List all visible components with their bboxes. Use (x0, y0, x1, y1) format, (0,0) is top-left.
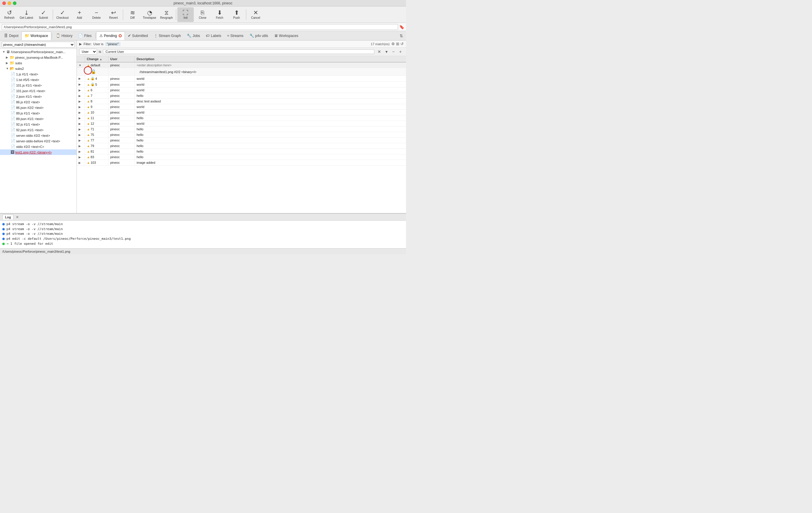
table-row[interactable]: ▼ ▲ default pineoc <enter description he… (77, 62, 406, 68)
filter-toggle-arrow[interactable]: ▶ (79, 42, 82, 46)
table-row[interactable]: ▶ ▲ 71 pineoc hello (77, 127, 406, 132)
table-row[interactable]: ▶ ▲ 8 pineoc desc test asdasd (77, 99, 406, 104)
th-description[interactable]: Description (135, 56, 406, 62)
add-button[interactable]: + Add (71, 7, 88, 22)
sidebar-item-server-stdio[interactable]: 📄 server-stdio #2/2 <text> (0, 133, 77, 138)
warning-icon: ▲ (87, 150, 90, 153)
log-text: p4 edit -c default /Users/pineoc/Perforc… (6, 237, 131, 242)
bookmark-icon[interactable]: 🔖 (399, 25, 404, 29)
tab-workspace[interactable]: 📁 Workspace (21, 31, 51, 40)
table-row[interactable]: ▶ ▲ 6 pineoc world (77, 87, 406, 93)
maximize-button[interactable] (13, 1, 17, 5)
sidebar-item-1js[interactable]: 📄 1.js #1/1 <text> (0, 71, 77, 77)
td-change: ▲ 🔒 5 (85, 82, 109, 87)
sidebar-item-101js[interactable]: 📄 101.js #1/1 <text> (0, 82, 77, 88)
tab-workspaces[interactable]: 🖥 Workspaces (271, 31, 301, 40)
sidebar-item-89js[interactable]: 📄 89.js #1/1 <text> (0, 110, 77, 116)
td-expand: ▶ (77, 76, 85, 81)
th-change[interactable]: Change ▲ (85, 56, 109, 62)
table-row[interactable]: ▶ ▲ 7 pineoc hello (77, 93, 406, 99)
titlebar: pineoc_main3, localhost:1666, pineoc (0, 0, 406, 6)
get-latest-button[interactable]: ⤓ Get Latest (18, 7, 35, 22)
clone-button[interactable]: ⎘ Clone (194, 7, 211, 22)
table-row[interactable]: ▶ ▲ 12 pineoc world (77, 121, 406, 127)
timelapse-button[interactable]: ◔ Timelapse (141, 7, 158, 22)
tab-stream-graph[interactable]: ⋮ Stream Graph (151, 31, 184, 40)
sidebar-item-89json[interactable]: 📄 89.json #1/1 <text> (0, 116, 77, 122)
get-latest-icon: ⤓ (24, 10, 29, 16)
sidebar-item-subs[interactable]: ▶ 📁 subs (0, 60, 77, 66)
log-tab[interactable]: Log (2, 215, 13, 219)
tab-labels[interactable]: 🏷 Labels (203, 31, 224, 40)
plus-icon[interactable]: + (397, 49, 404, 54)
table-row[interactable]: ▶ ▲ 🔒 5 pineoc world (77, 82, 406, 87)
close-button[interactable] (2, 1, 6, 5)
sidebar-item-92js[interactable]: 📄 92.js #1/1 <text> (0, 122, 77, 127)
revert-button[interactable]: ↩ Revert (105, 7, 122, 22)
push-button[interactable]: ⬆ Push (228, 7, 245, 22)
table-row[interactable]: ▶ ▲ 10 pineoc world (77, 110, 406, 115)
tab-p4v-utils[interactable]: 🔧 p4v utils (246, 31, 271, 40)
item-label: 86.js #2/2 <text> (16, 100, 40, 104)
diff-button[interactable]: ≋ Diff (124, 7, 141, 22)
table-row[interactable]: ▶ ▲ 81 pineoc hello (77, 149, 406, 154)
table-row[interactable]: ▶ ▲ 77 pineoc hello (77, 138, 406, 143)
sort-button[interactable]: ⇅ (398, 33, 405, 39)
table-row[interactable]: ▶ ▲ 75 pineoc hello (77, 132, 406, 138)
table-row-child[interactable]: 📄 🔒 //stream/main/test1.png #2/2 <binary… (77, 68, 406, 76)
dropdown-icon[interactable]: ▾ (383, 49, 389, 54)
files-icon: 📄 (78, 33, 83, 38)
th-user[interactable]: User (109, 56, 135, 62)
sidebar-item-1txt[interactable]: 📄 1.txt #5/5 <text> (0, 77, 77, 82)
minimize-button[interactable] (8, 1, 11, 5)
path-input[interactable] (2, 24, 398, 30)
sidebar-item-86json[interactable]: 📄 86.json #2/2 <text> (0, 105, 77, 110)
tab-depot[interactable]: 🗄 Depot (1, 31, 21, 40)
tab-pending[interactable]: ⚠ Pending (96, 31, 125, 40)
revgraph-button[interactable]: ⧖ Revgraph (158, 7, 175, 22)
submit-button[interactable]: ✓ Submit (35, 7, 52, 22)
filter-funnel-icon[interactable]: ⊞ (396, 42, 399, 46)
table-row[interactable]: ▶ ▲ 103 pineoc image added (77, 160, 406, 165)
pathbar: 🔖 (0, 23, 406, 31)
td-change: ▲ 81 (85, 149, 109, 154)
sidebar-item-2json[interactable]: 📄 2.json #1/1 <text> (0, 93, 77, 99)
log-close-icon[interactable]: ✕ (16, 215, 19, 219)
fetch-button[interactable]: ⬇ Fetch (211, 7, 228, 22)
checkout-button[interactable]: ✓ Checkout (54, 7, 71, 22)
sidebar-item-86js[interactable]: 📄 86.js #2/2 <text> (0, 99, 77, 105)
sidebar-item-stdio[interactable]: 📄 stdio #2/2 <text+C> (0, 144, 77, 150)
tab-streams[interactable]: ≈ Streams (224, 31, 246, 40)
filter-settings-icon[interactable]: ⚙ (392, 42, 395, 46)
table-row[interactable]: ▶ ▲ 11 pineoc hello (77, 115, 406, 121)
tab-jobs[interactable]: 🔧 Jobs (184, 31, 203, 40)
table-row[interactable]: ▶ ▲ 9 pineoc world (77, 104, 406, 110)
labels-label: Labels (211, 34, 221, 38)
separator-2 (123, 9, 123, 20)
clear-icon[interactable]: ✕ (376, 49, 382, 54)
tab-files[interactable]: 📄 Files (75, 31, 94, 40)
sidebar-item-subs2[interactable]: ▼ 📂 subs2 (0, 66, 77, 71)
folder-icon: 📁 (10, 55, 14, 60)
filter-refresh-icon[interactable]: ↺ (400, 42, 404, 46)
cancel-button[interactable]: ✕ Cancel (248, 7, 264, 22)
item-label: 92.js #1/1 <text> (16, 123, 40, 126)
sidebar-item-server-stdio-before[interactable]: 📄 server-stdio-before #2/2 <text> (0, 138, 77, 144)
table-row[interactable]: ▶ ▲ 83 pineoc hello (77, 154, 406, 160)
delete-button[interactable]: − Delete (88, 7, 105, 22)
init-button[interactable]: ⛶ Init (177, 7, 194, 22)
workspace-select[interactable]: pineoc_main3 (//stream/main) (2, 42, 75, 48)
user-select[interactable]: User Group (79, 49, 97, 55)
minus-icon[interactable]: − (390, 49, 397, 54)
tab-history[interactable]: ⌚ History (53, 31, 75, 40)
refresh-button[interactable]: ↺ Refresh (1, 7, 18, 22)
table-row[interactable]: ▶ ▲ 79 pineoc hello (77, 143, 406, 149)
sidebar-item-92json[interactable]: 📄 92.json #1/1 <text> (0, 127, 77, 133)
sidebar-item-pineoc-iyunseog[interactable]: ▶ 📁 pineoc_iyunseog-ui-MacBook-P... (0, 55, 77, 60)
sidebar-item-test1png[interactable]: 🖼 test1.png #2/2 <binary+l> (0, 150, 77, 155)
tab-submitted[interactable]: ✔ Submitted (125, 31, 151, 40)
sidebar-root[interactable]: ▼ 🖥 /Users/pineoc/Perforce/pineoc_main..… (0, 49, 77, 55)
change-value: 7 (91, 94, 92, 98)
sidebar-item-101json[interactable]: 📄 101.json #1/1 <text> (0, 88, 77, 93)
table-row[interactable]: ▶ ▲ 🔒 4 pineoc world (77, 76, 406, 82)
